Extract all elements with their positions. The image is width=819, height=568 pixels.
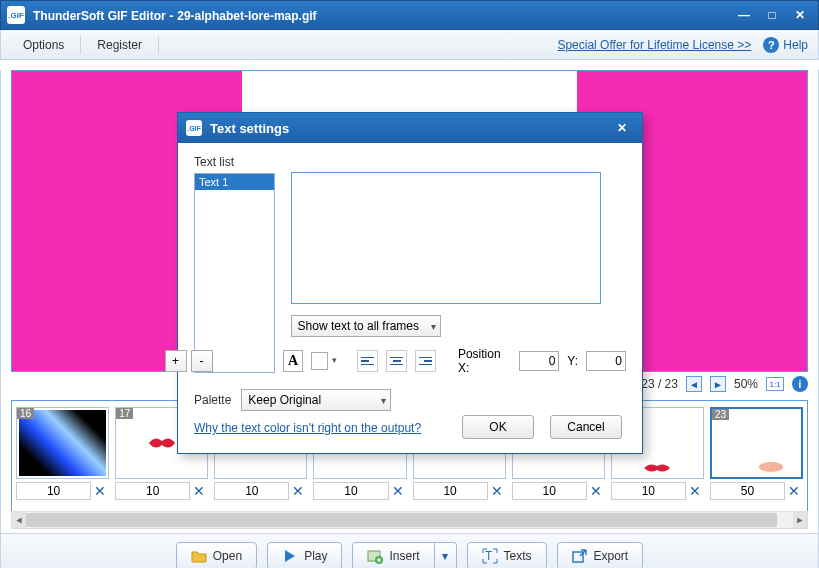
text-list-label: Text list — [194, 155, 275, 169]
dialog-title-bar: .GIF Text settings ✕ — [178, 113, 642, 143]
frame-23[interactable]: 23 50✕ — [710, 407, 803, 500]
ok-button[interactable]: OK — [462, 415, 534, 439]
text-content-input[interactable] — [291, 172, 601, 304]
duration-input[interactable]: 10 — [115, 482, 190, 500]
insert-button[interactable]: Insert — [352, 542, 434, 569]
insert-dropdown[interactable]: ▾ — [435, 542, 457, 569]
duration-input[interactable]: 10 — [313, 482, 388, 500]
align-left-button[interactable] — [357, 350, 378, 372]
duration-input[interactable]: 10 — [214, 482, 289, 500]
bottom-toolbar: Open Play Insert ▾ T Texts Export — [1, 533, 818, 568]
duration-input[interactable]: 50 — [710, 482, 785, 500]
app-logo-icon: .GIF — [7, 6, 25, 24]
delete-frame-icon[interactable]: ✕ — [389, 482, 407, 500]
delete-frame-icon[interactable]: ✕ — [289, 482, 307, 500]
scroll-left-icon[interactable]: ◄ — [12, 512, 26, 528]
separator — [158, 36, 159, 54]
play-button[interactable]: Play — [267, 542, 342, 569]
delete-frame-icon[interactable]: ✕ — [686, 482, 704, 500]
delete-frame-icon[interactable]: ✕ — [587, 482, 605, 500]
maximize-button[interactable]: □ — [760, 5, 784, 25]
delete-frame-icon[interactable]: ✕ — [785, 482, 803, 500]
color-hint-link[interactable]: Why the text color isn't right on the ou… — [194, 421, 421, 435]
separator — [80, 36, 81, 54]
palette-label: Palette — [194, 393, 231, 407]
duration-input[interactable]: 10 — [611, 482, 686, 500]
insert-icon — [367, 548, 383, 564]
duration-input[interactable]: 10 — [413, 482, 488, 500]
dialog-logo-icon: .GIF — [186, 120, 202, 136]
texts-button[interactable]: T Texts — [467, 542, 547, 569]
palette-select[interactable]: Keep Original — [241, 389, 391, 411]
special-offer-link[interactable]: Special Offer for Lifetime License >> — [557, 38, 751, 52]
menu-options[interactable]: Options — [11, 34, 76, 56]
menu-bar: Options Register Special Offer for Lifet… — [0, 30, 819, 60]
delete-frame-icon[interactable]: ✕ — [190, 482, 208, 500]
help-button[interactable]: ? Help — [763, 37, 808, 53]
folder-icon — [191, 548, 207, 564]
dialog-close-button[interactable]: ✕ — [610, 118, 634, 138]
prev-frame-button[interactable]: ◄ — [686, 376, 702, 392]
help-icon: ? — [763, 37, 779, 53]
frames-scrollbar[interactable]: ◄ ► — [11, 511, 808, 529]
export-button[interactable]: Export — [557, 542, 644, 569]
cancel-button[interactable]: Cancel — [550, 415, 622, 439]
svg-text:T: T — [485, 549, 493, 563]
dialog-title: Text settings — [210, 121, 610, 136]
window-title: ThunderSoft GIF Editor - 29-alphabet-lor… — [33, 8, 728, 23]
text-icon: T — [482, 548, 498, 564]
help-label: Help — [783, 38, 808, 52]
pos-y-input[interactable] — [586, 351, 626, 371]
delete-frame-icon[interactable]: ✕ — [91, 482, 109, 500]
duration-input[interactable]: 10 — [16, 482, 91, 500]
text-list[interactable]: Text 1 — [194, 173, 275, 373]
remove-text-button[interactable]: - — [191, 350, 213, 372]
align-center-button[interactable] — [386, 350, 407, 372]
show-text-select[interactable]: Show text to all frames — [291, 315, 441, 337]
scrollbar-thumb[interactable] — [26, 513, 777, 527]
delete-frame-icon[interactable]: ✕ — [488, 482, 506, 500]
scroll-right-icon[interactable]: ► — [793, 512, 807, 528]
font-button[interactable]: A — [283, 350, 304, 372]
next-frame-button[interactable]: ► — [710, 376, 726, 392]
open-button[interactable]: Open — [176, 542, 257, 569]
export-icon — [572, 548, 588, 564]
duration-input[interactable]: 10 — [512, 482, 587, 500]
text-settings-dialog: .GIF Text settings ✕ Text list Text 1 Sh… — [177, 112, 643, 454]
ratio-button[interactable]: 1:1 — [766, 377, 784, 391]
info-icon[interactable]: i — [792, 376, 808, 392]
zoom-level: 50% — [734, 377, 758, 391]
svg-point-0 — [759, 462, 783, 472]
pos-y-label: Y: — [567, 354, 578, 368]
text-list-item[interactable]: Text 1 — [195, 174, 274, 190]
minimize-button[interactable]: — — [732, 5, 756, 25]
add-text-button[interactable]: + — [165, 350, 187, 372]
play-icon — [282, 548, 298, 564]
align-right-button[interactable] — [415, 350, 436, 372]
pos-x-input[interactable] — [519, 351, 559, 371]
text-color-button[interactable] — [311, 352, 328, 370]
close-button[interactable]: ✕ — [788, 5, 812, 25]
frame-16[interactable]: 16 10✕ — [16, 407, 109, 500]
title-bar: .GIF ThunderSoft GIF Editor - 29-alphabe… — [0, 0, 819, 30]
pos-x-label: Position X: — [458, 347, 511, 375]
frame-position: 23 / 23 — [641, 377, 678, 391]
menu-register[interactable]: Register — [85, 34, 154, 56]
